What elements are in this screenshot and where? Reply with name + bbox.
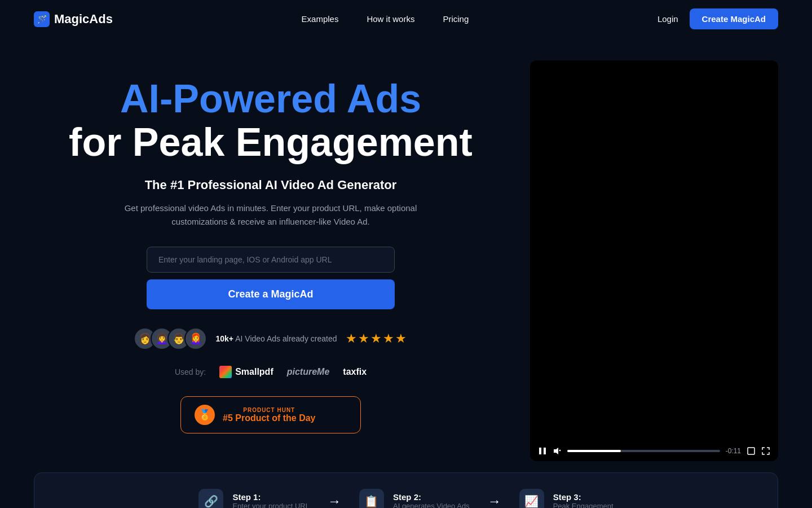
social-text: 10k+ AI Video Ads already created (216, 334, 337, 343)
nav-item-examples[interactable]: Examples (302, 14, 339, 24)
avatar-group: 👩 👩‍🦱 👨 👩‍🦰 (134, 327, 207, 350)
video-panel: -0:11 (530, 60, 778, 461)
fullscreen-button[interactable] (747, 446, 756, 456)
progress-fill (567, 450, 621, 452)
social-proof: 👩 👩‍🦱 👨 👩‍🦰 10k+ AI Video Ads already cr… (134, 327, 408, 350)
step-2: 📋 Step 2: AI generates Video Ads (359, 489, 470, 508)
play-pause-button[interactable] (538, 446, 547, 456)
step-arrow-2: → (488, 493, 501, 508)
step-1: 🔗 Step 1: Enter your product URL (198, 489, 310, 508)
navbar: 🪄 MagicAds Examples How it works Pricing… (0, 0, 812, 38)
hero-section: AI-Powered Ads for Peak Engagement The #… (0, 38, 812, 461)
logo-text: MagicAds (54, 12, 113, 27)
mute-button[interactable] (553, 446, 562, 456)
brand-taxfix: taxfix (343, 367, 367, 377)
hero-title-blue: AI-Powered Ads (120, 77, 421, 121)
brand-pictureme: pictureMe (287, 367, 330, 377)
logo-icon: 🪄 (34, 11, 50, 27)
avatar: 👩‍🦰 (184, 327, 207, 350)
nav-item-pricing[interactable]: Pricing (443, 14, 469, 24)
progress-bar[interactable] (567, 450, 720, 452)
steps-wrapper: 🔗 Step 1: Enter your product URL → 📋 Ste… (0, 461, 812, 508)
video-controls: -0:11 (530, 441, 778, 461)
used-by-label: Used by: (175, 367, 206, 376)
product-hunt-text: PRODUCT HUNT #5 Product of the Day (223, 407, 315, 423)
steps-section: 🔗 Step 1: Enter your product URL → 📋 Ste… (34, 472, 778, 508)
step-2-text: Step 2: AI generates Video Ads (393, 492, 470, 508)
svg-rect-5 (748, 448, 754, 454)
time-label: -0:11 (726, 447, 741, 455)
step-1-icon: 🔗 (198, 489, 223, 508)
nav-link-pricing[interactable]: Pricing (443, 14, 469, 24)
step-2-desc: AI generates Video Ads (393, 502, 470, 508)
hero-description: Get professional video Ads in minutes. E… (113, 202, 429, 229)
login-button[interactable]: Login (657, 14, 678, 24)
step-arrow-1: → (328, 493, 341, 508)
nav-item-how-it-works[interactable]: How it works (367, 14, 414, 24)
step-3-text: Step 3: Peak Engagement (553, 492, 614, 508)
svg-rect-0 (539, 448, 541, 454)
hero-create-button[interactable]: Create a MagicAd (147, 279, 395, 309)
video-display[interactable] (530, 60, 778, 436)
step-3-desc: Peak Engagement (553, 502, 614, 508)
product-hunt-icon: 🏅 (195, 405, 215, 425)
brand-smallpdf: Smallpdf (219, 366, 273, 378)
svg-rect-1 (544, 448, 546, 454)
nav-link-examples[interactable]: Examples (302, 14, 339, 24)
step-1-text: Step 1: Enter your product URL (232, 492, 310, 508)
product-hunt-badge: 🏅 PRODUCT HUNT #5 Product of the Day (180, 396, 361, 433)
create-magicad-button[interactable]: Create MagicAd (690, 8, 778, 29)
smallpdf-icon (219, 366, 232, 378)
hero-title-white: for Peak Engagement (69, 121, 473, 164)
nav-actions: Login Create MagicAd (657, 8, 778, 29)
nav-links: Examples How it works Pricing (302, 14, 469, 24)
step-2-icon: 📋 (359, 489, 384, 508)
star-rating: ★★★★★ (346, 331, 408, 346)
step-3: 📈 Step 3: Peak Engagement (519, 489, 614, 508)
step-1-label: Step 1: (232, 492, 310, 502)
nav-link-how-it-works[interactable]: How it works (367, 14, 414, 24)
hero-content: AI-Powered Ads for Peak Engagement The #… (34, 60, 508, 461)
step-3-icon: 📈 (519, 489, 544, 508)
expand-button[interactable] (761, 446, 770, 456)
logo[interactable]: 🪄 MagicAds (34, 11, 113, 27)
svg-marker-2 (554, 448, 558, 454)
used-by-section: Used by: Smallpdf pictureMe taxfix (175, 366, 367, 378)
hero-subtitle: The #1 Professional AI Video Ad Generato… (145, 178, 397, 192)
step-3-label: Step 3: (553, 492, 614, 502)
step-2-label: Step 2: (393, 492, 470, 502)
url-input[interactable] (147, 247, 395, 273)
step-1-desc: Enter your product URL (232, 502, 310, 508)
